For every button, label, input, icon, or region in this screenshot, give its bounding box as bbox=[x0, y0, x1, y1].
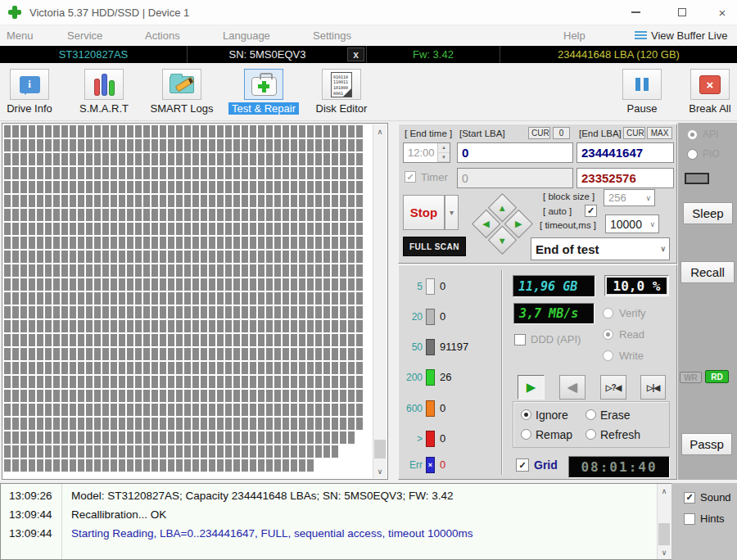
scan-block bbox=[127, 181, 133, 193]
scan-block bbox=[283, 195, 289, 207]
scan-block bbox=[233, 418, 240, 430]
current-lba-input[interactable]: 23352576 bbox=[576, 168, 674, 188]
write-radio[interactable] bbox=[603, 350, 613, 361]
scroll-down-button[interactable]: ∨ bbox=[373, 464, 387, 478]
grid-checkbox[interactable]: ✓ bbox=[516, 458, 529, 472]
stop-button[interactable]: Stop bbox=[403, 195, 445, 230]
scan-block bbox=[168, 139, 174, 151]
auto-checkbox[interactable]: ✓ bbox=[585, 205, 597, 217]
scan-grid-scrollbar[interactable]: ∧ ∨ bbox=[373, 124, 387, 478]
drive-tab-close-button[interactable]: x bbox=[347, 47, 364, 61]
refresh-radio[interactable] bbox=[586, 429, 596, 440]
verify-radio[interactable] bbox=[603, 308, 613, 318]
scan-block bbox=[20, 237, 27, 249]
erase-radio[interactable] bbox=[586, 409, 596, 420]
grid-row bbox=[4, 209, 373, 221]
close-button[interactable]: × bbox=[708, 0, 737, 25]
menu-item-service[interactable]: Service bbox=[67, 29, 102, 42]
disk-editor-button[interactable]: 010110 110011 101000 0001 Disk Editor bbox=[309, 63, 374, 120]
seek-end-button[interactable]: ▷|◀ bbox=[640, 375, 666, 400]
block-size-select[interactable]: 256 ∨ bbox=[604, 189, 655, 206]
scan-block bbox=[242, 181, 248, 193]
api-radio[interactable] bbox=[687, 129, 698, 140]
ddd-api-checkbox[interactable] bbox=[514, 334, 526, 345]
smart-button[interactable]: S.M.A.R.T bbox=[74, 63, 134, 120]
scan-block bbox=[70, 390, 76, 402]
scan-block bbox=[168, 251, 174, 263]
scan-block bbox=[176, 404, 183, 416]
end-lba-input[interactable]: 234441647 bbox=[576, 142, 674, 163]
menu-item-settings[interactable]: Settings bbox=[313, 29, 351, 42]
spinner-buttons[interactable]: ▲ ▼ bbox=[437, 143, 450, 162]
grid-row bbox=[4, 292, 373, 305]
maximize-button[interactable] bbox=[665, 0, 699, 25]
spin-up-icon[interactable]: ▲ bbox=[438, 143, 450, 153]
ignore-radio[interactable] bbox=[521, 409, 531, 420]
read-radio[interactable] bbox=[603, 329, 613, 340]
menu-item-help[interactable]: Help bbox=[563, 29, 586, 42]
scan-block bbox=[217, 459, 224, 472]
sound-option[interactable]: ✓ Sound bbox=[684, 491, 731, 504]
scan-block bbox=[266, 237, 273, 249]
end-lba-cur-button[interactable]: CUR bbox=[623, 127, 645, 139]
break-all-button[interactable]: × Break All bbox=[683, 63, 737, 120]
drive-info-button[interactable]: i Drive Info bbox=[0, 63, 59, 120]
menu-item-actions[interactable]: Actions bbox=[145, 29, 180, 42]
view-buffer-live-button[interactable]: View Buffer Live bbox=[635, 29, 727, 42]
test-repair-button[interactable]: Test & Repair bbox=[229, 63, 298, 120]
scroll-up-button[interactable]: ∧ bbox=[658, 484, 671, 498]
scrollbar-thumb[interactable] bbox=[658, 523, 670, 546]
drive-capacity: 234441648 LBA (120 GB) bbox=[500, 46, 737, 63]
remap-radio[interactable] bbox=[521, 429, 531, 440]
minimize-button[interactable] bbox=[618, 0, 653, 25]
scan-block bbox=[4, 418, 11, 430]
scan-block bbox=[184, 348, 191, 360]
end-time-spinner[interactable]: 12:00 ▲ ▼ bbox=[403, 142, 450, 163]
timer-checkbox[interactable]: ✓ bbox=[405, 171, 416, 183]
scan-block bbox=[119, 195, 125, 207]
sleep-button[interactable]: Sleep bbox=[683, 202, 733, 224]
start-lba-input[interactable]: 0 bbox=[457, 142, 573, 163]
scan-block bbox=[86, 362, 93, 374]
scan-block bbox=[29, 445, 35, 458]
scroll-up-button[interactable]: ∧ bbox=[373, 124, 387, 138]
hints-option[interactable]: Hints bbox=[684, 513, 725, 525]
grid-row bbox=[4, 125, 373, 138]
spin-down-icon[interactable]: ▼ bbox=[438, 153, 450, 163]
scan-block bbox=[258, 348, 265, 360]
sound-checkbox[interactable]: ✓ bbox=[684, 492, 695, 504]
scan-block bbox=[135, 445, 142, 458]
pio-radio[interactable] bbox=[687, 149, 698, 160]
scroll-down-button[interactable]: ∨ bbox=[658, 545, 671, 559]
smart-logs-button[interactable]: SMART Logs bbox=[146, 63, 218, 120]
start-lba-zero-button[interactable]: 0 bbox=[553, 127, 570, 139]
scan-block bbox=[176, 139, 183, 151]
timer-input[interactable]: 0 bbox=[457, 168, 573, 188]
scrollbar-thumb[interactable] bbox=[374, 440, 386, 458]
end-lba-max-button[interactable]: MAX bbox=[647, 127, 672, 139]
stop-dropdown-button[interactable]: ▾ bbox=[445, 195, 459, 230]
start-lba-cur-button[interactable]: CUR bbox=[528, 127, 550, 139]
seek-question-button[interactable]: ▷?◀ bbox=[600, 375, 626, 400]
pause-button[interactable]: Pause bbox=[617, 63, 667, 120]
log-scrollbar[interactable]: ∧ ∨ bbox=[657, 484, 671, 559]
scan-block bbox=[176, 181, 183, 193]
scan-block bbox=[37, 125, 43, 138]
log-row: 13:09:26 Model: ST3120827AS; Capacity 23… bbox=[1, 486, 640, 505]
play-button[interactable]: ▶ bbox=[518, 375, 545, 400]
timeout-select[interactable]: 10000 ∨ bbox=[605, 215, 659, 233]
scan-block bbox=[283, 209, 289, 221]
recall-button[interactable]: Recall bbox=[680, 261, 735, 283]
menu-item-menu[interactable]: Menu bbox=[7, 29, 34, 42]
scan-block bbox=[151, 223, 158, 235]
scan-block bbox=[225, 418, 232, 430]
scan-block bbox=[307, 362, 314, 374]
menu-item-language[interactable]: Language bbox=[223, 29, 270, 42]
reverse-button[interactable]: ◀ bbox=[559, 375, 586, 400]
block-grid bbox=[4, 125, 373, 477]
passp-button[interactable]: Passp bbox=[681, 433, 732, 455]
end-of-test-select[interactable]: End of test ∨ bbox=[531, 237, 670, 260]
scan-block bbox=[111, 292, 117, 305]
hints-checkbox[interactable] bbox=[684, 513, 695, 525]
full-scan-button[interactable]: FULL SCAN bbox=[403, 237, 466, 256]
